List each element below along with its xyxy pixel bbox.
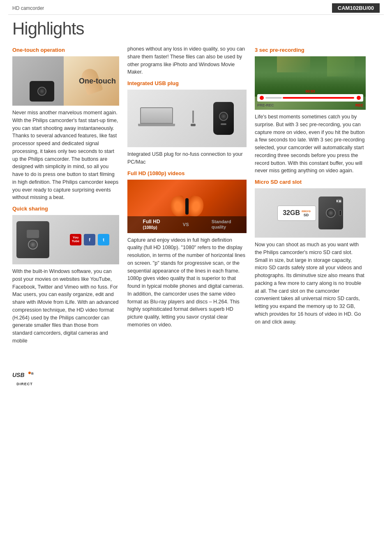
integrated-usb-body: Integrated USB plug for no-fuss connecti…: [127, 150, 247, 166]
twitter-icon: t: [98, 234, 109, 245]
laptop-screen: [140, 107, 173, 124]
usb-image: [127, 90, 247, 147]
sdcard-capacity: 32GB: [283, 209, 300, 217]
microsd-title: Micro SD card slot: [255, 179, 366, 185]
camcorder-usb: [213, 102, 234, 135]
social-icons: YouTube f t: [70, 234, 115, 245]
left-column: One-touch operation One-touch Never miss…: [8, 45, 123, 349]
quick-sharing-cont: phones without any loss in video quality…: [127, 45, 247, 76]
fullhd-image: Full HD(1080p) VS Standardquality: [127, 180, 247, 233]
section-quick-sharing: Quick sharing YouTube f t: [12, 206, 119, 345]
fullhd-body: Capture and enjoy videos in full high de…: [127, 236, 247, 329]
youtube-icon: YouTube: [70, 234, 81, 245]
butterfly-wings: [171, 194, 203, 219]
camera-lens: [37, 87, 46, 96]
fullhd-overlay: Full HD(1080p) VS Standardquality: [127, 216, 247, 233]
middle-column: phones without any loss in video quality…: [123, 45, 251, 349]
page-title-section: Highlights: [0, 15, 392, 45]
camera-device: [30, 81, 54, 102]
one-touch-image: One-touch: [12, 56, 119, 106]
one-touch-label: One-touch: [79, 77, 116, 86]
wing-left: [169, 195, 187, 217]
timer-display: 00:03: [257, 89, 363, 93]
product-type: HD camcorder: [12, 5, 44, 11]
page-footer: USB B DIRECT: [0, 361, 392, 394]
sdcard-type: micro SD: [302, 209, 311, 217]
svg-text:USB: USB: [12, 372, 25, 378]
pre-recording-title: 3 sec pre-recording: [255, 47, 366, 53]
laptop-base: [138, 124, 175, 126]
one-touch-body: Never miss another marvelous moment agai…: [12, 109, 119, 201]
facebook-icon: f: [84, 234, 95, 245]
twitter-label: t: [103, 237, 104, 242]
pre-recording-body: Life's best moments sometimes catch you …: [255, 113, 366, 175]
usb-direct-logo: USB B DIRECT: [12, 370, 37, 386]
svg-text:B: B: [31, 372, 34, 375]
wing-right: [187, 195, 205, 217]
quick-sharing-image: YouTube f t: [12, 215, 119, 264]
section-pre-recording: 3 sec pre-recording 00:03: [255, 47, 366, 175]
play-pause-button[interactable]: [337, 199, 341, 203]
main-content: One-touch operation One-touch Never miss…: [0, 45, 392, 349]
sdcard-body: 32GB micro SD: [277, 206, 316, 221]
usb-circle-icon: [28, 372, 31, 374]
section-integrated-usb: Integrated USB plug: [127, 80, 247, 166]
usb-visual: [127, 90, 247, 147]
standard-label: Standardquality: [212, 219, 231, 230]
microsd-body: Now you can shoot as much as you want wi…: [255, 241, 366, 326]
facebook-label: f: [89, 237, 90, 242]
rec-dot: [357, 96, 361, 100]
rec-label: REC: [355, 103, 363, 107]
laptop-shape: [140, 107, 173, 130]
full-hd-title: Full HD (1080p) videos: [127, 170, 247, 176]
quick-sharing-title: Quick sharing: [12, 206, 119, 212]
butterfly-body: [185, 198, 189, 215]
prerec-label: PRE-REC: [257, 103, 274, 107]
section-one-touch: One-touch operation One-touch Never miss…: [12, 47, 119, 201]
model-number: CAM102BU/00: [332, 3, 380, 13]
usb-cable: [191, 111, 196, 126]
one-touch-title: One-touch operation: [12, 47, 119, 53]
page-title: Highlights: [12, 19, 380, 39]
right-column: 3 sec pre-recording 00:03: [251, 45, 370, 349]
prerec-red-line: [283, 97, 354, 99]
page-header: HD camcorder CAM102BU/00: [0, 0, 392, 14]
quick-sharing-cont-body: phones without any loss in video quality…: [127, 45, 247, 76]
pre-recording-image: 00:03 PRE-REC REC: [255, 56, 366, 110]
section-full-hd: Full HD (1080p) videos Full HD(1080p) VS…: [127, 170, 247, 329]
integrated-usb-title: Integrated USB plug: [127, 80, 247, 86]
microsd-image: 32GB micro SD: [255, 188, 366, 238]
usb-direct-text: DIRECT: [16, 382, 33, 386]
prerec-labels: PRE-REC REC: [257, 103, 363, 107]
fullhd-label: Full HD(1080p): [143, 219, 160, 231]
fullhd-vs: VS: [183, 222, 189, 227]
usb-logo-svg: USB B: [12, 370, 37, 382]
prerec-grey-line: [265, 97, 282, 99]
quick-sharing-body: With the built-in Windows software, you …: [12, 268, 119, 345]
prerec-dot: [260, 96, 264, 100]
section-microsd: Micro SD card slot 32GB micro SD: [255, 179, 366, 326]
sdcard-visual: 32GB micro SD: [255, 188, 366, 238]
prerec-timeline: [257, 94, 363, 102]
camera-sdslot: [318, 197, 343, 229]
